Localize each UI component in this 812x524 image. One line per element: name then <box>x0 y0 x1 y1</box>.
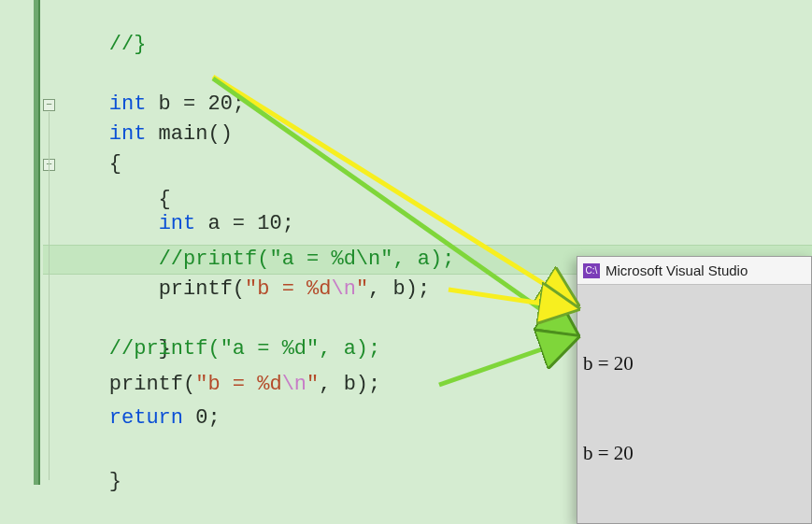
brace: } <box>109 470 121 493</box>
indent <box>60 277 159 301</box>
indent <box>60 212 159 235</box>
code-line[interactable]: { <box>60 155 171 185</box>
function-call: printf <box>109 373 183 396</box>
indent <box>60 248 159 271</box>
code-line[interactable]: } <box>60 437 121 467</box>
fold-guide-line <box>49 112 50 480</box>
code-line[interactable]: return 0; <box>60 404 221 433</box>
args-rest: , b); <box>319 373 380 396</box>
comment-text: //} <box>109 33 147 56</box>
code-line[interactable]: } <box>60 304 171 334</box>
change-indicator-bar <box>34 0 40 485</box>
string-literal: b = <box>257 277 306 301</box>
comment-text: //printf("a = %d", a); <box>109 337 380 361</box>
string-quote: " <box>356 277 368 301</box>
args-rest: , b); <box>368 277 430 301</box>
number-literal: 0 <box>195 406 207 430</box>
function-call: printf <box>159 277 233 301</box>
vs-debug-console-icon: C:\ <box>583 263 600 278</box>
code-line[interactable]: { <box>60 120 121 149</box>
console-line: b = 20 <box>583 438 805 468</box>
function-name: main <box>146 122 207 146</box>
escape-seq: \n <box>282 373 306 396</box>
code-line[interactable]: int b = 20; <box>60 60 245 90</box>
parens: () <box>207 122 232 146</box>
console-window[interactable]: C:\ Microsoft Visual Studio b = 20 b = 2… <box>577 256 812 524</box>
line-number-gutter <box>0 0 19 524</box>
comment-text: //printf("a = %d\n", a); <box>159 248 455 271</box>
code-line[interactable]: int main() <box>60 90 233 120</box>
code-line[interactable]: printf("b = %d\n", b); <box>60 275 430 304</box>
format-spec: %d <box>306 277 331 301</box>
string-quote: " <box>195 373 207 396</box>
keyword: int <box>159 212 196 235</box>
code-line[interactable]: //printf("a = %d", a); <box>60 334 380 364</box>
indent <box>60 373 109 396</box>
brace: { <box>109 188 171 211</box>
code-line[interactable]: //printf("a = %d\n", a); <box>60 245 454 275</box>
format-spec: %d <box>257 373 281 396</box>
keyword: return <box>109 406 183 430</box>
paren: ( <box>183 373 195 396</box>
semicolon: ; <box>233 92 245 116</box>
number-literal: 10 <box>257 212 281 235</box>
escape-seq: \n <box>331 277 355 301</box>
string-quote: " <box>245 277 257 301</box>
console-output[interactable]: b = 20 b = 20 D:\code\c-langua 按任意键关闭此窗 <box>577 285 811 524</box>
indent <box>60 337 109 361</box>
semicolon: ; <box>207 406 220 430</box>
code-line[interactable]: int a = 10; <box>60 209 294 239</box>
indent <box>60 406 109 430</box>
semicolon: ; <box>282 212 294 235</box>
code-line[interactable]: //} <box>60 0 146 30</box>
paren: ( <box>233 277 245 301</box>
code-line[interactable]: printf("b = %d\n", b); <box>60 370 380 400</box>
console-titlebar[interactable]: C:\ Microsoft Visual Studio <box>577 257 811 285</box>
operator: = <box>233 212 257 235</box>
console-title: Microsoft Visual Studio <box>605 262 748 278</box>
fold-toggle[interactable]: − <box>43 99 55 111</box>
console-line: b = 20 <box>583 348 805 378</box>
string-quote: " <box>306 373 319 396</box>
space <box>183 406 195 430</box>
string-literal: b = <box>207 373 257 396</box>
identifier: a <box>195 212 233 235</box>
